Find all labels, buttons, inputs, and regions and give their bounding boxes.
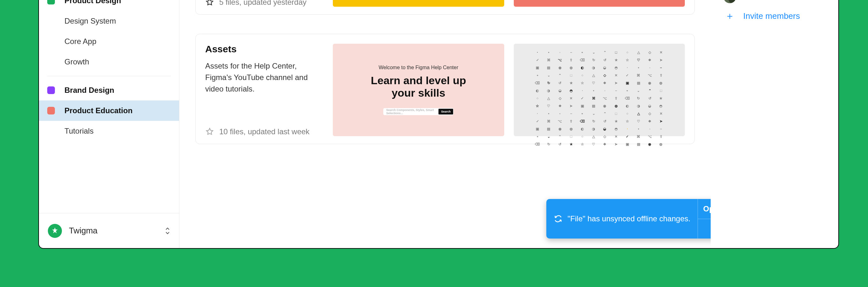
- toast-actions: Open to sync Later: [698, 199, 711, 238]
- folder-color-swatch: [47, 107, 55, 115]
- file-thumbnail[interactable]: Screenshots Q3 2020: [333, 0, 504, 7]
- thumb-search-btn: Search: [438, 109, 453, 115]
- sidebar-item-core-app[interactable]: Core App: [39, 31, 179, 52]
- toast-text: "File" has unsynced offline changes.: [568, 214, 690, 223]
- file-thumbnail[interactable]: Welcome to the Figma Help Center Learn a…: [333, 44, 504, 136]
- toast-primary-button[interactable]: Open to sync: [698, 199, 711, 219]
- thumb-headline: your skills: [392, 87, 445, 99]
- sidebar-item-product-education[interactable]: Product Education: [39, 100, 179, 121]
- sync-icon: [554, 214, 563, 223]
- workspace-name: Twigma: [69, 226, 158, 236]
- sidebar-item-growth[interactable]: Growth: [39, 52, 179, 72]
- plus-icon: ＋: [723, 9, 736, 23]
- file-thumbnail[interactable]: ·•◦–∘⌄⌃□○△◇✕✓⌘⌥⇧⌫↻↺★☆♡❖➤▣▤◉◍◐◑◒◓·•◦–∘⌄⌃□…: [514, 44, 685, 136]
- file-thumbnail[interactable]: Screenshots Q2 2020: [514, 0, 685, 7]
- folder-color-swatch: [47, 87, 55, 94]
- sidebar-separator: [47, 76, 171, 76]
- avatar: [723, 0, 736, 3]
- project-card[interactable]: 5 files, updated yesterday Screenshots Q…: [195, 0, 695, 15]
- project-meta-text: 10 files, updated last week: [219, 127, 310, 136]
- project-card[interactable]: Assets Assets for the Help Center, Figma…: [195, 34, 695, 144]
- sidebar-item-design-system[interactable]: Design System: [39, 11, 179, 31]
- sync-toast: "File" has unsynced offline changes. Ope…: [546, 199, 711, 238]
- sidebar-item-label: Design System: [64, 17, 116, 26]
- project-meta: 5 files, updated yesterday: [205, 0, 323, 7]
- workspace-switcher[interactable]: Twigma: [39, 213, 179, 248]
- invite-members-button[interactable]: ＋ Invite members: [723, 6, 826, 26]
- member-name: ZenPablo: [743, 0, 779, 2]
- invite-label: Invite members: [743, 11, 800, 21]
- thumb-eyebrow: Welcome to the Figma Help Center: [378, 65, 458, 70]
- star-icon[interactable]: [205, 127, 214, 136]
- members-panel: ZenPablo ＋ Invite members: [711, 0, 838, 248]
- sidebar-item-label: Tutorials: [64, 127, 93, 135]
- folder-color-swatch: [47, 0, 55, 4]
- sidebar-item-tutorials[interactable]: Tutorials: [39, 121, 179, 141]
- sidebar-item-brand-design[interactable]: Brand Design: [39, 80, 179, 100]
- project-title: Assets: [205, 44, 323, 55]
- sidebar-item-product-design[interactable]: Product Design: [39, 0, 179, 11]
- star-icon[interactable]: [205, 0, 214, 7]
- toast-secondary-button[interactable]: Later: [698, 219, 711, 239]
- project-meta-text: 5 files, updated yesterday: [219, 0, 307, 7]
- icon-grid-preview: ·•◦–∘⌄⌃□○△◇✕✓⌘⌥⇧⌫↻↺★☆♡❖➤▣▤◉◍◐◑◒◓·•◦–∘⌄⌃□…: [533, 50, 666, 130]
- sidebar-nav: Product Design Design System Core App Gr…: [39, 0, 179, 213]
- sidebar-item-label: Growth: [64, 57, 89, 66]
- member-row[interactable]: ZenPablo: [723, 0, 826, 6]
- thumb-headline: Learn and level up: [371, 74, 466, 87]
- app-window: Product Design Design System Core App Gr…: [39, 0, 838, 248]
- project-card-info: 5 files, updated yesterday: [205, 0, 323, 7]
- workspace-logo: [48, 224, 62, 238]
- sidebar-item-label: Brand Design: [64, 86, 114, 95]
- sidebar: Product Design Design System Core App Gr…: [39, 0, 179, 248]
- thumb-search-mock: Search Components, Styles, Smart Selecti…: [383, 108, 454, 115]
- project-description: Assets for the Help Center, Figma's YouT…: [205, 60, 323, 95]
- sidebar-item-label: Product Education: [64, 106, 132, 115]
- toast-message: "File" has unsynced offline changes.: [546, 199, 698, 238]
- main-content: 5 files, updated yesterday Screenshots Q…: [179, 0, 711, 248]
- chevron-updown-icon: [165, 227, 170, 235]
- project-meta: 10 files, updated last week: [205, 127, 323, 136]
- sidebar-item-label: Core App: [64, 37, 96, 46]
- project-card-info: Assets Assets for the Help Center, Figma…: [205, 44, 323, 136]
- sidebar-item-label: Product Design: [64, 0, 121, 5]
